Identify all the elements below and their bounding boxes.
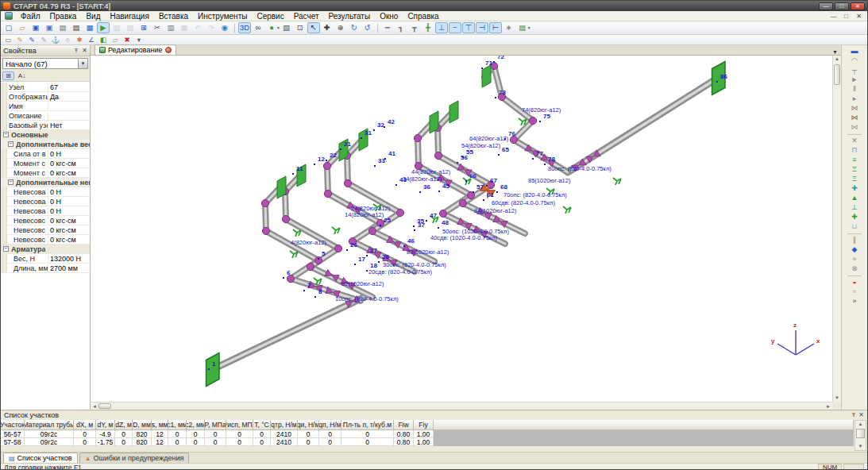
model-canvas[interactable]: 1567811121718212225262728313233353637414… [91, 56, 834, 402]
collapse-icon[interactable]: − [3, 246, 9, 252]
menu-item-9[interactable]: Результаты [323, 11, 375, 21]
spring-hanger-tool-icon[interactable]: Ξ [845, 175, 864, 183]
node-label[interactable]: 11 [296, 165, 303, 172]
elbow-fitting[interactable] [324, 190, 331, 197]
print-icon[interactable]: ▤ [70, 22, 83, 33]
table-cell[interactable]: 0.80 [394, 430, 414, 438]
node-label[interactable]: 37 [418, 222, 425, 229]
node-label[interactable]: 77 [536, 150, 543, 157]
column-header[interactable]: T, °C [253, 420, 271, 430]
delete-node-tool-icon[interactable]: ✕ [845, 137, 864, 145]
table-row[interactable]: 57-5809г2с0-1.750820120000024100000.801.… [1, 438, 854, 446]
table-cell[interactable]: -1.75 [96, 438, 115, 446]
node-label[interactable]: 5 [322, 250, 326, 257]
property-value[interactable]: Нет [48, 121, 90, 129]
table-cell[interactable]: 0 [74, 430, 96, 438]
elbow-fitting[interactable] [282, 215, 289, 222]
property-value[interactable]: 132000 Н [48, 255, 90, 263]
node-label[interactable]: 6 [287, 269, 291, 276]
column-header[interactable]: c2, мм [187, 420, 205, 430]
canvas-vertical-scrollbar[interactable]: ▲ ▼ [832, 56, 841, 402]
open-file-icon[interactable]: ▱ [16, 22, 29, 33]
property-row[interactable]: Момент с0 кгс·см [1, 168, 90, 178]
object-selector[interactable]: Начало (67) ▼ [2, 58, 88, 69]
chevron-down-icon[interactable]: ▾ [528, 25, 530, 30]
overflow-more-icon[interactable]: » [845, 297, 864, 306]
valve-fitting[interactable] [493, 215, 507, 227]
show-supports-icon[interactable]: ⊥ [435, 22, 448, 33]
insert-angle-icon[interactable]: ∠ [86, 36, 97, 44]
show-loads-icon[interactable]: ⊤ [462, 22, 475, 33]
table-cell[interactable]: 12 [152, 430, 168, 438]
node-label[interactable]: 45 [442, 183, 449, 190]
column-header[interactable]: D, мм [133, 420, 152, 430]
column-header[interactable]: Рисп, МПа [226, 420, 253, 430]
table-cell[interactable]: 1.00 [414, 438, 434, 446]
node-label[interactable]: 47 [430, 212, 437, 219]
node-label[interactable]: 12 [318, 156, 325, 163]
insert-branch-icon[interactable]: ╋ [422, 22, 434, 33]
pan-icon[interactable]: ✚ [321, 22, 334, 33]
property-row[interactable]: Момент с0 кгс·см [1, 159, 90, 168]
menu-item-5[interactable]: Вставка [154, 11, 193, 21]
collapse-icon[interactable]: − [8, 141, 14, 147]
menu-item-10[interactable]: Окно [375, 11, 403, 21]
anchor-plate[interactable] [206, 353, 220, 387]
table-cell[interactable]: 0 [341, 430, 394, 438]
table-cell[interactable]: 0 [205, 430, 226, 438]
scroll-thumb[interactable] [834, 64, 840, 85]
property-row[interactable]: Имя [1, 102, 90, 111]
tee-tool-icon[interactable]: ┬ [845, 66, 864, 75]
cross-support-tool-icon[interactable]: ✚ [845, 213, 864, 222]
menu-item-6[interactable]: Инструменты [193, 11, 252, 21]
node-label[interactable]: 71 [485, 60, 492, 67]
node-label[interactable]: 66 [469, 172, 476, 179]
node-label[interactable]: 48 [442, 219, 449, 226]
property-value[interactable]: 0 кгс·см [48, 226, 90, 234]
anchor-support-tool-icon[interactable]: ⊥ [845, 203, 864, 212]
mdi-restore-button[interactable]: □ [841, 13, 851, 20]
mdi-close-button[interactable]: ✕ [854, 13, 864, 20]
restore-button[interactable]: □ [835, 2, 849, 10]
node-label[interactable]: 22 [330, 152, 337, 159]
column-header[interactable]: Пл-ть п, т/куб.м [341, 420, 394, 430]
table-cell[interactable]: 0 [187, 438, 205, 446]
property-value[interactable]: Да [48, 93, 90, 101]
insert-block-icon[interactable]: ◧ [98, 36, 109, 44]
property-value[interactable]: 0 кгс·см [48, 169, 90, 177]
help-topics-icon[interactable]: ◉ [218, 22, 231, 33]
property-row[interactable]: Вес, Н132000 Н [1, 254, 90, 264]
node-label[interactable]: 21 [344, 141, 351, 148]
support-mark[interactable] [563, 206, 571, 214]
tab-editing[interactable]: Редактирование [95, 44, 176, 55]
elbow-fitting[interactable] [261, 199, 268, 206]
table-cell[interactable]: 0.80 [394, 438, 414, 446]
property-row[interactable]: Длина, мм2700 мм [1, 264, 90, 273]
table-cell[interactable]: 820 [133, 438, 152, 446]
property-value[interactable]: 0 кгс·см [48, 217, 90, 225]
support-mark[interactable] [290, 251, 298, 258]
alphabetical-sort-button[interactable]: А↓ [16, 71, 28, 80]
node-label[interactable]: 78 [548, 156, 555, 163]
menu-item-3[interactable]: Вид [81, 11, 105, 21]
elbow-fitting[interactable] [439, 210, 446, 217]
insert-elbow-icon[interactable]: ┓ [395, 22, 407, 33]
table-cell[interactable]: 0 [187, 430, 205, 438]
column-header[interactable]: P, МПа [205, 420, 226, 430]
table-cell[interactable]: 0 [115, 430, 133, 438]
bellows-tool-icon[interactable]: ≈ [845, 255, 864, 264]
hide-element-icon[interactable]: − [449, 22, 461, 33]
menu-item-2[interactable]: Правка [45, 11, 82, 21]
property-row[interactable]: Невесовс0 кгс·см [1, 225, 90, 235]
reducer-tool-icon[interactable]: ► [845, 75, 864, 84]
table-cell[interactable]: 0 [253, 438, 271, 446]
zoom-fit-icon[interactable]: ⊡ [294, 22, 307, 33]
insert-anchor-icon[interactable]: ⚓ [50, 36, 61, 44]
new-document-icon[interactable]: ▢ [2, 22, 15, 33]
close-icon[interactable]: ✕ [82, 47, 87, 54]
node-label[interactable]: 41 [388, 150, 395, 157]
table-cell[interactable]: 0 [341, 438, 394, 446]
column-header[interactable]: Fiy [414, 420, 434, 430]
property-value[interactable]: 0 Н [48, 207, 90, 215]
property-value[interactable]: 67 [48, 83, 90, 91]
